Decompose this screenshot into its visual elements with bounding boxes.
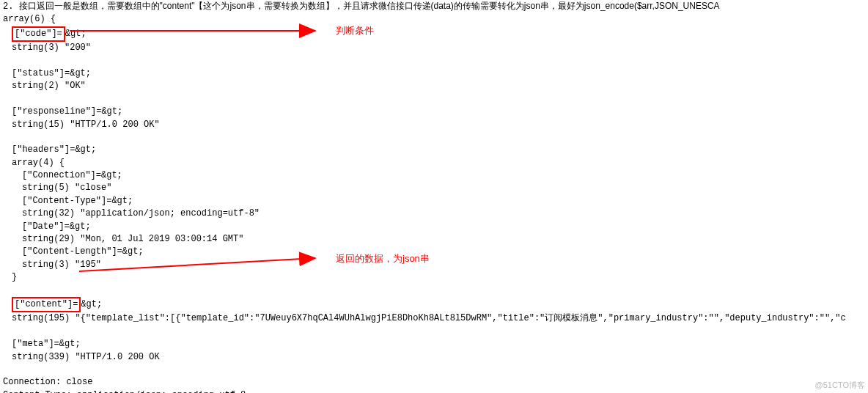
tail-ct: Content-Type: application/json; encoding… [0,389,868,393]
headers-open: array(4) { [0,157,868,169]
header-ct-val: string(32) "application/json; encoding=u… [0,207,868,220]
header-conn-val: string(5) "close" [0,182,868,194]
content-key: ["content"]= [15,299,78,309]
annotation-return-data: 返回的数据，为json串 [336,252,430,266]
headers-key: ["headers"]=&gt; [0,144,868,156]
status-val: string(2) "OK" [0,80,868,92]
header-len-key: ["Content-Length"]=&gt; [0,246,868,258]
content-gt: &gt; [81,299,102,309]
header-date-val: string(29) "Mon, 01 Jul 2019 03:00:14 GM… [0,233,868,246]
content-key-box: ["content"]= [12,297,81,312]
annotation-condition: 判断条件 [336,24,374,38]
header-date-key: ["Date"]=&gt; [0,221,868,233]
responseline-key: ["responseline"]=&gt; [0,106,868,118]
status-key: ["status"]=&gt; [0,67,868,80]
watermark: @51CTO博客 [815,380,865,392]
header-conn-key: ["Connection"]=&gt; [0,169,868,182]
code-gt: &gt; [65,29,87,39]
code-key: ["code"]= [15,29,62,39]
content-row: ["content"]=&gt; [0,297,868,312]
header-len-val: string(3) "195" [0,259,868,271]
code-val: string(3) "200" [0,42,868,54]
intro-body: 接口返回一般是数组，需要数组中的"content"【这个为json串，需要转换为… [19,1,720,11]
tail-conn: Connection: close [0,376,868,389]
header-ct-key: ["Content-Type"]=&gt; [0,195,868,207]
intro-text: 2. 接口返回一般是数组，需要数组中的"content"【这个为json串，需要… [0,0,868,13]
meta-key: ["meta"]=&gt; [0,338,868,350]
code-row: ["code"]=&gt; [0,26,868,42]
meta-val: string(339) "HTTP/1.0 200 OK [0,351,868,364]
array-open: array(6) { [0,13,868,26]
content-val: string(195) "{"template_list":[{"templat… [0,312,868,325]
responseline-val: string(15) "HTTP/1.0 200 OK" [0,119,868,131]
headers-close: } [0,271,868,284]
intro-prefix: 2. [3,1,19,12]
code-key-box: ["code"]= [12,26,65,42]
